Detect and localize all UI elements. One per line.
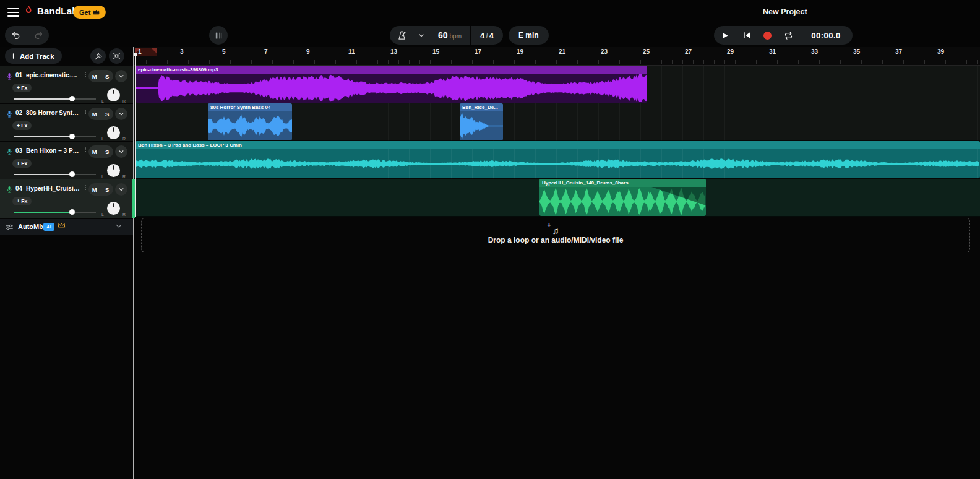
ruler-tick xyxy=(756,60,757,64)
key-selector[interactable]: E min xyxy=(509,26,549,45)
track-name[interactable]: epic-cinematic-mu... xyxy=(26,72,82,79)
ruler-tick xyxy=(809,60,809,64)
volume-slider-thumb[interactable] xyxy=(69,209,75,215)
add-fx-button[interactable]: + Fx xyxy=(12,197,32,205)
skip-to-start-button[interactable] xyxy=(736,26,757,45)
track-expand-chevron[interactable] xyxy=(115,70,127,82)
tuning-fork-button[interactable] xyxy=(90,48,106,64)
waveform xyxy=(539,187,706,216)
ruler-tick xyxy=(777,60,778,64)
record-button[interactable] xyxy=(757,26,778,45)
track-row[interactable]: 03 Ben Hixon – 3 Pad ... M S + Fx L R xyxy=(0,141,133,179)
pan-knob[interactable] xyxy=(107,126,120,139)
bar-number: 3 xyxy=(180,48,184,55)
metronome-button[interactable] xyxy=(390,26,413,45)
volume-slider[interactable] xyxy=(14,96,96,101)
track-expand-chevron[interactable] xyxy=(115,183,127,196)
ruler-tick xyxy=(409,60,410,64)
redo-button[interactable] xyxy=(27,26,49,45)
time-signature[interactable]: 4/4 xyxy=(471,31,503,40)
pan-knob[interactable] xyxy=(107,202,120,215)
bar-number: 35 xyxy=(853,48,860,55)
volume-slider-thumb[interactable] xyxy=(69,96,75,101)
ruler-tick xyxy=(472,60,473,64)
skip-to-start-icon xyxy=(742,31,751,40)
mute-button[interactable]: M xyxy=(88,70,101,82)
play-icon xyxy=(721,32,729,40)
add-fx-button[interactable]: + Fx xyxy=(12,84,32,92)
track-menu-button[interactable] xyxy=(82,71,88,78)
pan-control: L R xyxy=(101,164,127,178)
add-track-button[interactable]: Add Track xyxy=(5,48,62,64)
crown-icon xyxy=(93,9,100,15)
volume-slider[interactable] xyxy=(14,209,96,215)
volume-slider[interactable] xyxy=(14,171,96,177)
audio-clip[interactable]: Ben_Rice_De... xyxy=(460,103,503,140)
menu-icon[interactable] xyxy=(7,8,19,17)
ruler-tick xyxy=(535,60,536,64)
file-drop-zone[interactable]: ♫+ Drop a loop or an audio/MIDI/video fi… xyxy=(141,218,970,252)
pan-knob[interactable] xyxy=(107,88,120,101)
track-row[interactable]: 01 epic-cinematic-mu... M S + Fx L R xyxy=(0,66,133,103)
track-name[interactable]: HyperHH_Cruisin_1... xyxy=(26,185,82,192)
waveform xyxy=(460,111,503,140)
stretch-tool-button[interactable] xyxy=(109,48,124,64)
playhead[interactable] xyxy=(135,54,136,217)
add-fx-button[interactable]: + Fx xyxy=(12,159,32,168)
track-expand-chevron[interactable] xyxy=(115,145,127,158)
ruler-tick xyxy=(178,60,178,64)
track-lanes[interactable]: epic-cinematic-music-398309.mp3 80s Horr… xyxy=(134,66,980,217)
track-name[interactable]: Ben Hixon – 3 Pad ... xyxy=(26,147,82,154)
bar-number: 31 xyxy=(769,48,776,55)
bar-number: 7 xyxy=(264,48,268,55)
bandlab-logo[interactable]: BandLab xyxy=(24,6,78,16)
ruler-tick xyxy=(651,60,651,64)
get-membership-button[interactable]: Get xyxy=(73,6,106,19)
bar-number: 29 xyxy=(727,48,734,55)
audio-clip[interactable]: 80s Horror Synth Bass 04 xyxy=(208,103,292,140)
mute-button[interactable]: M xyxy=(88,183,101,196)
track-menu-button[interactable] xyxy=(82,108,88,116)
track-menu-button[interactable] xyxy=(82,184,88,191)
solo-button[interactable]: S xyxy=(101,183,114,196)
loop-icon xyxy=(784,31,793,40)
audio-clip[interactable]: HyperHH_Cruisin_140_Drums_8bars xyxy=(539,179,706,216)
audio-clip[interactable]: epic-cinematic-music-398309.mp3 xyxy=(135,66,647,103)
loop-button[interactable] xyxy=(778,26,799,45)
bpm-display[interactable]: 60bpm xyxy=(429,30,470,41)
pan-knob[interactable] xyxy=(107,164,120,177)
metronome-dropdown-chevron[interactable] xyxy=(413,26,429,45)
track-menu-button[interactable] xyxy=(82,146,88,153)
ruler-tick xyxy=(241,60,241,64)
timeline-ruler[interactable]: 13579111315171921232527293133353739 xyxy=(134,47,980,66)
audio-clip[interactable]: Ben Hixon – 3 Pad and Bass – LOOP 3 Cmin xyxy=(135,141,980,178)
sidebar-resize-handle[interactable] xyxy=(133,47,134,479)
project-title[interactable]: New Project xyxy=(763,7,807,16)
stretch-icon xyxy=(112,51,121,61)
ruler-tick xyxy=(451,60,452,64)
solo-button[interactable]: S xyxy=(101,145,114,158)
automix-expand-chevron[interactable] xyxy=(115,222,123,230)
track-row[interactable]: 02 80s Horror Synth B... M S + Fx L R xyxy=(0,103,133,141)
ruler-tick xyxy=(724,60,725,64)
track-expand-chevron[interactable] xyxy=(115,108,127,120)
track-name[interactable]: 80s Horror Synth B... xyxy=(26,110,82,116)
solo-button[interactable]: S xyxy=(101,108,114,120)
pan-right-label: R xyxy=(123,99,126,103)
volume-slider-thumb[interactable] xyxy=(69,171,75,177)
mute-button[interactable]: M xyxy=(88,108,101,120)
volume-slider-thumb[interactable] xyxy=(69,134,75,139)
undo-button[interactable] xyxy=(5,26,27,45)
automix-row[interactable]: AutoMix AI xyxy=(0,219,133,235)
bar-number: 15 xyxy=(432,48,439,55)
mute-button[interactable]: M xyxy=(88,145,101,158)
add-fx-button[interactable]: + Fx xyxy=(12,121,32,130)
play-button[interactable] xyxy=(714,26,736,45)
track-row[interactable]: 04 HyperHH_Cruisin_1... M S + Fx L R xyxy=(0,179,133,218)
volume-slider[interactable] xyxy=(14,134,96,139)
ruler-tick xyxy=(682,60,683,64)
clip-label: HyperHH_Cruisin_140_Drums_8bars xyxy=(542,180,629,186)
instrument-keyboard-button[interactable] xyxy=(209,26,228,45)
solo-button[interactable]: S xyxy=(101,70,114,82)
track-number: 02 xyxy=(15,110,22,116)
